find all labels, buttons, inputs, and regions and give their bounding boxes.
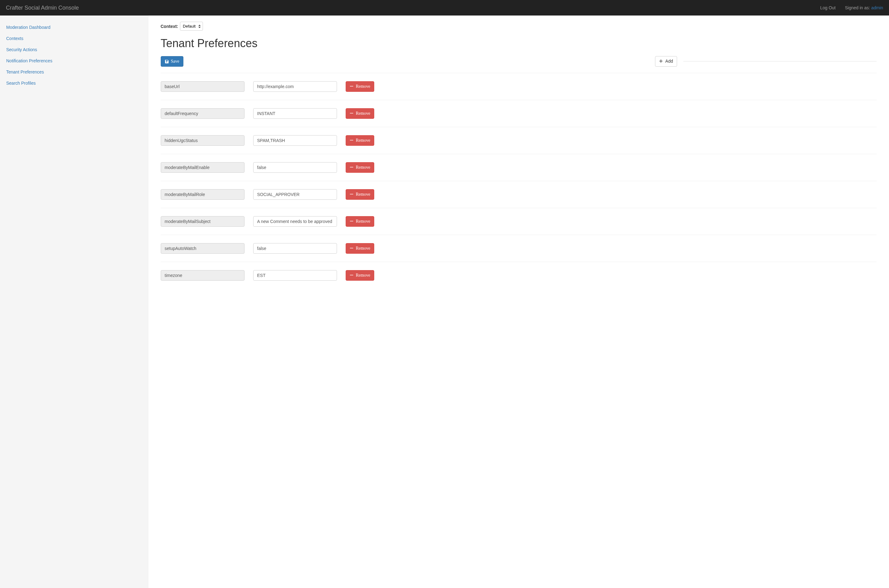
- pref-key-input: [161, 270, 245, 280]
- svg-rect-2: [350, 140, 353, 141]
- username-link[interactable]: admin: [871, 5, 883, 10]
- actions-row: Save Add: [161, 56, 877, 67]
- pref-value-input[interactable]: [253, 270, 337, 280]
- pref-value-input[interactable]: [253, 108, 337, 119]
- svg-rect-1: [350, 113, 353, 114]
- pref-key-input: [161, 189, 245, 200]
- remove-button-label: Remove: [356, 245, 371, 252]
- minus-icon: [350, 138, 354, 142]
- remove-button-label: Remove: [356, 218, 371, 225]
- pref-key-input: [161, 81, 245, 92]
- pref-value-input[interactable]: [253, 243, 337, 254]
- sidebar-list: Moderation Dashboard Contexts Security A…: [6, 22, 145, 89]
- pref-row: Remove: [161, 154, 877, 181]
- pref-row: Remove: [161, 73, 877, 100]
- pref-key-input: [161, 135, 245, 146]
- remove-button-label: Remove: [356, 110, 371, 117]
- svg-rect-4: [350, 194, 353, 195]
- minus-icon: [350, 165, 354, 170]
- pref-row: Remove: [161, 235, 877, 262]
- remove-button-label: Remove: [356, 137, 371, 144]
- add-button-label: Add: [665, 58, 673, 64]
- pref-row: Remove: [161, 262, 877, 289]
- remove-button[interactable]: Remove: [346, 270, 374, 280]
- pref-value-input[interactable]: [253, 162, 337, 173]
- svg-rect-6: [350, 248, 353, 248]
- remove-button[interactable]: Remove: [346, 162, 374, 173]
- pref-row: Remove: [161, 181, 877, 208]
- sidebar-item-search-profiles[interactable]: Search Profiles: [6, 78, 145, 89]
- remove-button[interactable]: Remove: [346, 81, 374, 92]
- save-button[interactable]: Save: [161, 56, 183, 67]
- pref-value-input[interactable]: [253, 216, 337, 227]
- sidebar-item-security-actions[interactable]: Security Actions: [6, 44, 145, 55]
- pref-row: Remove: [161, 127, 877, 154]
- page-title: Tenant Preferences: [161, 37, 877, 50]
- navbar-right: Log Out Signed in as: admin: [820, 5, 884, 10]
- pref-value-input[interactable]: [253, 189, 337, 200]
- brand-link[interactable]: Crafter Social Admin Console: [5, 0, 84, 16]
- minus-icon: [350, 84, 354, 89]
- save-icon: [165, 59, 169, 64]
- remove-button[interactable]: Remove: [346, 243, 374, 254]
- svg-rect-3: [350, 167, 353, 168]
- context-select[interactable]: Default: [180, 22, 203, 31]
- minus-icon: [350, 246, 354, 250]
- pref-key-input: [161, 216, 245, 227]
- minus-icon: [350, 219, 354, 224]
- sidebar-item-contexts[interactable]: Contexts: [6, 33, 145, 44]
- sidebar-item-tenant-preferences[interactable]: Tenant Preferences: [6, 66, 145, 78]
- actions-divider: [683, 61, 877, 62]
- signed-in-prefix: Signed in as:: [845, 5, 871, 10]
- minus-icon: [350, 111, 354, 116]
- sidebar-item-moderation-dashboard[interactable]: Moderation Dashboard: [6, 22, 145, 33]
- pref-row: Remove: [161, 100, 877, 127]
- remove-button[interactable]: Remove: [346, 135, 374, 146]
- remove-button-label: Remove: [356, 191, 371, 198]
- svg-rect-7: [350, 275, 353, 275]
- remove-button[interactable]: Remove: [346, 108, 374, 119]
- minus-icon: [350, 273, 354, 278]
- plus-icon: [659, 59, 664, 64]
- pref-key-input: [161, 243, 245, 254]
- pref-key-input: [161, 108, 245, 119]
- sidebar: Moderation Dashboard Contexts Security A…: [0, 15, 148, 588]
- main: Context: Default Tenant Preferences Save…: [148, 15, 889, 588]
- signed-in-as: Signed in as: admin: [845, 5, 883, 10]
- pref-value-input[interactable]: [253, 81, 337, 92]
- context-row: Context: Default: [161, 22, 877, 31]
- sidebar-item-notification-preferences[interactable]: Notification Preferences: [6, 55, 145, 66]
- svg-rect-0: [350, 86, 353, 87]
- navbar: Crafter Social Admin Console Log Out Sig…: [0, 0, 889, 15]
- add-button[interactable]: Add: [655, 56, 677, 67]
- pref-value-input[interactable]: [253, 135, 337, 146]
- context-label: Context:: [161, 24, 179, 29]
- pref-key-input: [161, 162, 245, 173]
- remove-button-label: Remove: [356, 83, 371, 90]
- save-button-label: Save: [171, 58, 179, 64]
- logout-link[interactable]: Log Out: [820, 5, 836, 10]
- pref-row: Remove: [161, 208, 877, 235]
- remove-button-label: Remove: [356, 164, 371, 171]
- minus-icon: [350, 192, 354, 196]
- remove-button-label: Remove: [356, 272, 371, 279]
- svg-rect-5: [350, 221, 353, 221]
- remove-button[interactable]: Remove: [346, 216, 374, 227]
- pref-list: RemoveRemoveRemoveRemoveRemoveRemoveRemo…: [161, 73, 877, 289]
- remove-button[interactable]: Remove: [346, 189, 374, 200]
